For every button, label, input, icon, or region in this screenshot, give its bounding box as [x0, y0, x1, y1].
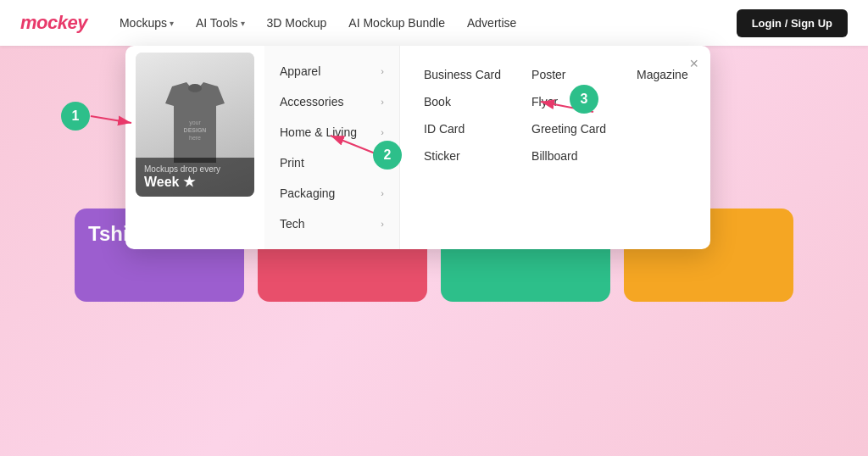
dropdown-col-3: Magazine — [621, 61, 710, 234]
nav-ai-tools[interactable]: AI Tools ▾ — [187, 11, 253, 35]
dropdown-right-panel: Business Card Book ID Card Sticker Poste… — [400, 46, 710, 249]
navbar: mockey Mockups ▾ AI Tools ▾ 3D Mockup AI… — [0, 0, 868, 46]
dropdown-greeting-card[interactable]: Greeting Card — [525, 115, 613, 142]
arrow-right-icon: › — [381, 66, 384, 76]
dropdown-apparel[interactable]: Apparel › — [264, 56, 399, 86]
arrow-right-icon: › — [381, 188, 384, 198]
arrow-right-icon: › — [381, 127, 384, 137]
nav-mockups[interactable]: Mockups ▾ — [111, 11, 182, 35]
dropdown-close-button[interactable]: × — [689, 56, 698, 71]
dropdown-col-1: Business Card Book ID Card Sticker — [409, 61, 516, 234]
dropdown-menu: your DESIGN here Mockups drop every Week… — [125, 46, 710, 249]
logo[interactable]: mockey — [20, 12, 87, 34]
dropdown-home-living[interactable]: Home & Living › — [264, 117, 399, 147]
promo-label: Mockups drop every Week ★ — [136, 158, 254, 197]
dropdown-flyer[interactable]: Flyer — [525, 88, 613, 115]
dropdown-id-card[interactable]: ID Card — [417, 115, 508, 142]
dropdown-left-panel: Apparel › Accessories › Home & Living › … — [264, 46, 400, 249]
arrow-right-icon: › — [381, 158, 384, 168]
dropdown-tech[interactable]: Tech › — [264, 209, 399, 239]
dropdown-accessories[interactable]: Accessories › — [264, 86, 399, 117]
svg-text:your: your — [189, 120, 201, 126]
arrow-right-icon: › — [381, 97, 384, 107]
chevron-down-icon: ▾ — [170, 19, 174, 28]
dropdown-print[interactable]: Print › — [264, 147, 399, 178]
dropdown-packaging[interactable]: Packaging › — [264, 178, 399, 209]
nav-links: Mockups ▾ AI Tools ▾ 3D Mockup AI Mockup… — [111, 11, 737, 35]
dropdown-col-2: Poster Flyer Greeting Card Billboard — [516, 61, 621, 234]
nav-ai-bundle[interactable]: AI Mockup Bundle — [340, 11, 453, 35]
svg-text:here: here — [189, 135, 201, 141]
login-button[interactable]: Login / Sign Up — [737, 9, 848, 37]
arrow-right-icon: › — [381, 219, 384, 229]
dropdown-billboard[interactable]: Billboard — [525, 142, 613, 170]
svg-text:DESIGN: DESIGN — [184, 127, 207, 133]
dropdown-sticker[interactable]: Sticker — [417, 142, 508, 170]
chevron-down-icon: ▾ — [241, 19, 245, 28]
svg-point-0 — [188, 84, 202, 92]
promo-card[interactable]: your DESIGN here Mockups drop every Week… — [136, 53, 254, 197]
dropdown-book[interactable]: Book — [417, 88, 508, 115]
dropdown-poster[interactable]: Poster — [525, 61, 613, 88]
nav-advertise[interactable]: Advertise — [459, 11, 525, 35]
dropdown-business-card[interactable]: Business Card — [417, 61, 508, 88]
nav-3d-mockup[interactable]: 3D Mockup — [259, 11, 336, 35]
hoodie-mockup-icon: your DESIGN here — [157, 82, 233, 167]
